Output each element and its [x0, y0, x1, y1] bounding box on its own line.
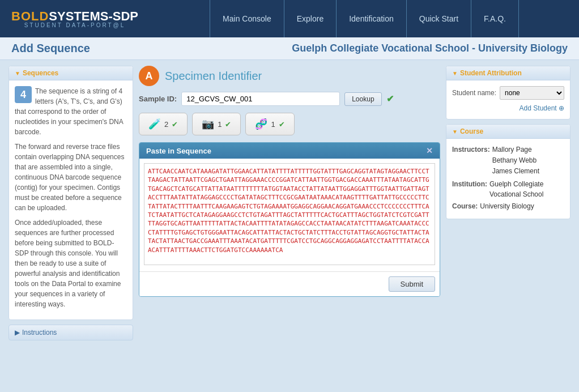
lookup-button[interactable]: Lookup	[344, 92, 381, 106]
top-header: BOLD SYSTEMS-SDP STUDENT DATA-PORT@L Mai…	[0, 0, 579, 37]
dna-number-icon: 4	[15, 86, 32, 103]
icon-buttons-row: 🧪 2 ✔ 📷 1 ✔ 🧬 1 ✔	[139, 113, 440, 135]
sequences-check-icon: ✔	[279, 120, 285, 129]
nav-identification[interactable]: Identification	[337, 0, 407, 37]
paste-sequence-body	[139, 159, 440, 271]
traces-button[interactable]: 🧪 2 ✔	[139, 113, 188, 135]
main-nav: Main Console Explore Identification Quic…	[161, 0, 568, 37]
nav-explore[interactable]: Explore	[284, 0, 337, 37]
right-panel: ▼ Student Attribution Student name: none…	[446, 66, 571, 340]
instructor-1: Mallory Page	[492, 144, 539, 155]
student-arrow-icon: ▼	[452, 70, 458, 76]
paste-sequence-box: Paste in Sequence ✕ Submit	[139, 142, 440, 297]
instructors-row: Instructors: Mallory Page Bethany Webb J…	[452, 144, 564, 177]
add-student-link[interactable]: Add Student ⊕	[452, 103, 564, 113]
institution-value: Guelph Collegiate Vocational School	[489, 179, 564, 199]
course-label: Course:	[452, 201, 478, 211]
photos-count: 1	[218, 120, 222, 129]
sequence-textarea[interactable]	[144, 163, 435, 265]
sequences-button[interactable]: 🧬 1 ✔	[245, 113, 294, 135]
course-panel-header: ▼ Course	[446, 125, 570, 139]
school-title: Guelph Collegiate Vocational School - Un…	[292, 42, 568, 54]
course-header-label: Course	[460, 127, 483, 135]
institution-row: Institution: Guelph Collegiate Vocationa…	[452, 179, 564, 199]
student-attribution-body: Student name: none Add Student ⊕	[446, 80, 570, 119]
course-panel: ▼ Course Instructors: Mallory Page Betha…	[446, 124, 571, 219]
course-value: University Biology	[480, 201, 534, 211]
photos-check-icon: ✔	[225, 120, 231, 129]
instructions-arrow-icon: ▶	[15, 329, 20, 336]
specimen-title: Specimen Identifier	[165, 70, 262, 83]
logo-area: BOLD SYSTEMS-SDP STUDENT DATA-PORT@L	[11, 9, 138, 28]
traces-count: 2	[164, 120, 168, 129]
sample-id-label: Sample ID:	[139, 95, 177, 103]
photos-icon: 📷	[202, 118, 214, 130]
photos-button[interactable]: 📷 1 ✔	[192, 113, 241, 135]
traces-check-icon: ✔	[172, 120, 178, 129]
course-panel-body: Instructors: Mallory Page Bethany Webb J…	[446, 139, 570, 219]
student-name-row: Student name: none	[452, 86, 564, 100]
student-attribution-panel: ▼ Student Attribution Student name: none…	[446, 66, 571, 120]
instructors-values: Mallory Page Bethany Webb James Clement	[492, 144, 539, 177]
student-attribution-header: ▼ Student Attribution	[446, 66, 570, 80]
sequences-icon: 🧬	[255, 118, 267, 130]
sample-check-icon: ✔	[386, 93, 394, 104]
left-panel: ▼ Sequences 4 The sequence is a string o…	[8, 66, 133, 340]
specimen-header: A Specimen Identifier	[139, 66, 440, 86]
sequences-header-label: Sequences	[23, 69, 58, 77]
page-title: Add Sequence	[11, 42, 90, 55]
submit-row: Submit	[139, 271, 440, 296]
student-name-label: Student name:	[452, 88, 496, 98]
student-name-select[interactable]: none	[500, 86, 564, 100]
main-content: ▼ Sequences 4 The sequence is a string o…	[0, 60, 579, 346]
sample-id-row: Sample ID: Lookup ✔	[139, 92, 440, 106]
paste-sequence-header: Paste in Sequence ✕	[139, 143, 440, 159]
traces-icon: 🧪	[148, 118, 161, 130]
submit-button[interactable]: Submit	[389, 276, 435, 292]
nav-faq[interactable]: F.A.Q.	[471, 0, 519, 37]
instructor-2: Bethany Webb	[492, 155, 539, 166]
sequences-panel: ▼ Sequences 4 The sequence is a string o…	[8, 66, 133, 320]
sequences-panel-body: 4 The sequence is a string of 4 letters …	[9, 80, 133, 319]
instructors-label: Instructors:	[452, 144, 490, 177]
instructions-bar[interactable]: ▶ Instructions	[8, 325, 133, 340]
sequences-panel-header: ▼ Sequences	[9, 66, 133, 80]
nav-quick-start[interactable]: Quick Start	[407, 0, 471, 37]
sample-id-input[interactable]	[181, 92, 340, 106]
paste-sequence-title: Paste in Sequence	[146, 147, 211, 155]
sequences-text2: The forward and reverse trace files cont…	[15, 142, 127, 213]
sequences-arrow-icon: ▼	[15, 70, 20, 76]
student-attribution-label: Student Attribution	[460, 69, 522, 77]
course-info-row: Course: University Biology	[452, 201, 564, 211]
paste-close-button[interactable]: ✕	[426, 146, 433, 155]
course-arrow-icon: ▼	[452, 129, 458, 135]
institution-label: Institution:	[452, 179, 487, 199]
specimen-badge: A	[139, 66, 159, 86]
sub-header: Add Sequence Guelph Collegiate Vocationa…	[0, 37, 579, 60]
instructor-3: James Clement	[492, 166, 539, 177]
logo-sub: STUDENT DATA-PORT@L	[11, 22, 138, 28]
sequences-text3: Once added/uploaded, these sequences are…	[15, 218, 127, 309]
sequences-count: 1	[271, 120, 275, 129]
instructions-label: Instructions	[22, 329, 57, 336]
nav-main-console[interactable]: Main Console	[210, 0, 284, 37]
center-panel: A Specimen Identifier Sample ID: Lookup …	[139, 66, 440, 340]
